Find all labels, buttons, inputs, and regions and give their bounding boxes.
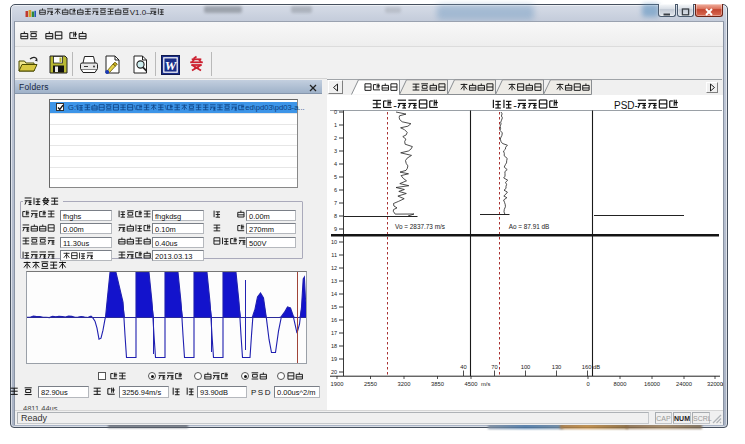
svg-text:5: 5 (334, 174, 337, 180)
svg-text:12: 12 (331, 265, 337, 271)
svg-text:2550: 2550 (364, 381, 377, 387)
svg-text:8: 8 (334, 213, 337, 219)
svg-text:130: 130 (552, 364, 562, 370)
svg-text:19: 19 (331, 356, 337, 362)
svg-text:0: 0 (586, 381, 589, 387)
svg-text:u: u (722, 381, 723, 387)
svg-text:4: 4 (334, 161, 337, 167)
svg-text:70: 70 (491, 364, 497, 370)
svg-text:15: 15 (331, 304, 337, 310)
svg-text:11: 11 (331, 252, 337, 258)
svg-text:40: 40 (460, 364, 466, 370)
svg-text:8000: 8000 (614, 381, 627, 387)
svg-text:G:\: G:\ (68, 103, 79, 112)
svg-text:-: - (513, 99, 517, 111)
svg-text:18: 18 (331, 343, 337, 349)
svg-text:3200: 3200 (398, 381, 411, 387)
svg-text:-: - (393, 99, 397, 111)
svg-text:24000: 24000 (676, 381, 692, 387)
svg-text:9: 9 (334, 226, 337, 232)
svg-text:1: 1 (334, 122, 337, 128)
svg-text:Ao = 87.91 dB: Ao = 87.91 dB (509, 223, 550, 230)
svg-text:1900: 1900 (331, 381, 344, 387)
svg-text:7: 7 (334, 200, 337, 206)
svg-text:W: W (165, 58, 178, 73)
svg-text:13: 13 (331, 278, 337, 284)
svg-text:2: 2 (334, 135, 337, 141)
svg-text:16: 16 (331, 317, 337, 323)
svg-text:14: 14 (331, 291, 337, 297)
svg-text:160 dB: 160 dB (582, 364, 601, 370)
svg-text:17: 17 (331, 330, 337, 336)
svg-text:32000: 32000 (707, 381, 723, 387)
svg-text:3: 3 (334, 148, 337, 154)
svg-text:16000: 16000 (644, 381, 660, 387)
svg-text:3850: 3850 (431, 381, 444, 387)
svg-text:Vo = 2837.73 m/s: Vo = 2837.73 m/s (395, 223, 445, 230)
svg-text:6: 6 (334, 187, 337, 193)
svg-text:ed\pd03\pd03-a...: ed\pd03\pd03-a... (245, 103, 305, 112)
svg-text:0: 0 (334, 109, 337, 115)
svg-text:m/s: m/s (481, 381, 490, 387)
svg-text:100: 100 (521, 364, 531, 370)
svg-text:4500: 4500 (465, 381, 478, 387)
svg-text:10: 10 (331, 239, 337, 245)
svg-text:20: 20 (331, 369, 337, 375)
